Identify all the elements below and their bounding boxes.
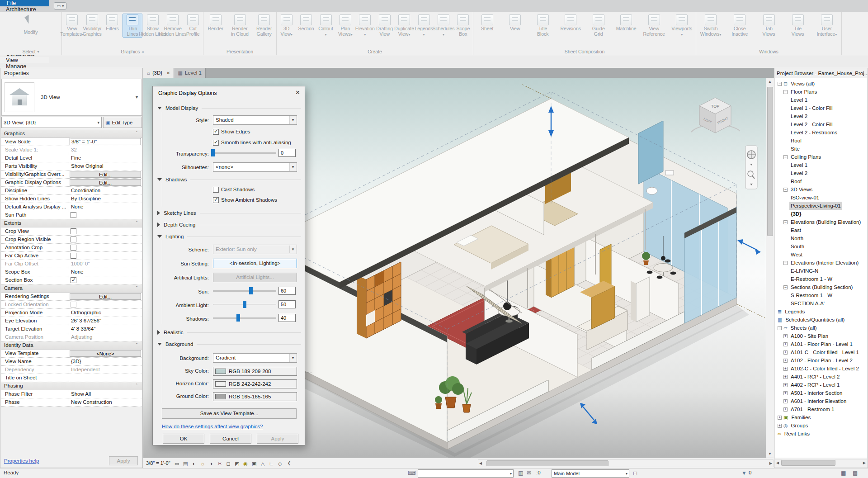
switch-windows-button[interactable]: SwitchWindows▾ xyxy=(696,14,725,38)
view-control-icon[interactable]: △ xyxy=(259,459,267,467)
silhouettes-select[interactable]: <none>▾ xyxy=(213,162,297,172)
style-select[interactable]: Shaded▾ xyxy=(213,115,297,125)
section-header-camera[interactable]: Cameraˆ xyxy=(1,284,142,293)
scrollbar-thumb[interactable] xyxy=(781,460,835,466)
viewport-vertical-scrollbar[interactable]: ▲ ▼ xyxy=(766,78,774,458)
tree-item[interactable]: Roof xyxy=(775,177,867,185)
tree-expander[interactable]: − xyxy=(783,261,788,265)
viewports-button[interactable]: Viewports▾ xyxy=(668,14,696,38)
tree-item[interactable]: Level 2 - Restrooms xyxy=(775,128,867,137)
tree-item[interactable]: E-LIVING-N xyxy=(775,267,867,275)
scroll-left-icon[interactable]: ◀ xyxy=(479,461,482,465)
tree-expander[interactable]: + xyxy=(783,359,788,363)
tree-item[interactable]: ISO-view-01 xyxy=(775,194,867,202)
save-as-view-template-button[interactable]: Save as View Template... xyxy=(162,408,297,419)
filters-button[interactable]: Filters xyxy=(102,14,123,33)
worksets-combo[interactable]: ▾ xyxy=(418,469,514,478)
type-selector[interactable]: 3D View ▾ xyxy=(1,79,142,116)
tree-item[interactable]: Level 1 xyxy=(775,161,867,169)
close-icon[interactable]: ✕ xyxy=(295,89,300,96)
tree-item[interactable]: −⊡Views (all) xyxy=(775,80,867,88)
remove-hidden-lines-button[interactable]: RemoveHidden Lines xyxy=(163,14,183,38)
edit-type-button[interactable]: ▣ Edit Type xyxy=(103,117,142,128)
tree-expander[interactable]: − xyxy=(783,155,788,159)
tree-item[interactable]: +▣Families xyxy=(775,413,867,421)
view-button[interactable]: View xyxy=(501,14,529,33)
schedules-button[interactable]: Schedules▾ xyxy=(434,14,453,38)
tile-views-button[interactable]: TileViews xyxy=(783,14,812,38)
tree-item[interactable]: SECTION A-A' xyxy=(775,299,867,308)
section-header-graphics[interactable]: Graphicsˆ xyxy=(1,130,142,138)
tree-item[interactable]: −Ceiling Plans xyxy=(775,153,867,161)
section-depth-cueing[interactable]: Depth Cueing xyxy=(157,221,301,228)
duplicate-view-button[interactable]: DuplicateView▾ xyxy=(394,14,414,38)
tree-expander[interactable]: − xyxy=(778,82,782,86)
tree-expander[interactable]: + xyxy=(783,342,788,346)
panel-launcher-icon[interactable]: » xyxy=(142,48,144,55)
section-lighting[interactable]: Lighting xyxy=(157,233,301,240)
selection-filter-icon[interactable]: ▼ xyxy=(741,470,747,476)
ok-button[interactable]: OK xyxy=(163,434,204,444)
plan-views-button[interactable]: PlanViews▾ xyxy=(335,14,355,38)
collapse-icon[interactable]: ˆ xyxy=(136,219,137,227)
view-reference-button[interactable]: ViewReference xyxy=(640,14,668,38)
ribbon-display-toggle[interactable]: ▭ ▾ xyxy=(54,2,66,9)
tree-item[interactable]: +A101 - Floor Plan - Level 1 xyxy=(775,340,867,348)
view-control-icon[interactable]: ◇ xyxy=(276,459,284,467)
visibility-graphics-button[interactable]: Visibility/Graphics xyxy=(82,14,103,38)
tree-expander[interactable]: − xyxy=(783,188,788,192)
editing-requests-icon[interactable]: ✉ xyxy=(527,470,531,476)
tree-expander[interactable]: + xyxy=(783,407,788,412)
section-header-extents[interactable]: Extentsˆ xyxy=(1,219,142,227)
cast-shadows-checkbox[interactable]: Cast Shadows xyxy=(213,186,255,193)
tree-item[interactable]: ≣Legends xyxy=(775,308,867,316)
tree-expander[interactable]: − xyxy=(778,326,782,330)
tree-item[interactable]: +◎Groups xyxy=(775,421,867,430)
tree-item[interactable]: +A501 - Interior Section xyxy=(775,389,867,397)
sun-setting-button[interactable]: <In-session, Lighting> xyxy=(213,259,297,268)
background-processes-icon[interactable]: ▦ xyxy=(841,470,846,476)
scroll-right-icon[interactable]: ▶ xyxy=(769,461,772,465)
section-header-identity-data[interactable]: Identity Dataˆ xyxy=(1,341,142,350)
tree-item[interactable]: Roof xyxy=(775,137,867,145)
title-block-button[interactable]: TitleBlock xyxy=(529,14,557,38)
background-select[interactable]: Gradient▾ xyxy=(213,353,297,363)
scroll-down-icon[interactable]: ▼ xyxy=(766,450,774,458)
view-control-icon[interactable]: ◩ xyxy=(233,459,241,467)
tree-item[interactable]: +A601 - Interior Elevation xyxy=(775,397,867,405)
project-browser-title[interactable]: Project Browser - Eames_House_Proj... xyxy=(774,68,868,78)
tree-item[interactable]: −Elevations (Building Elevation) xyxy=(775,218,867,226)
viewport-horizontal-scrollbar[interactable]: ◀ ▶ xyxy=(478,459,774,467)
tree-item[interactable]: {3D} xyxy=(775,210,867,218)
apply-button[interactable]: Apply xyxy=(109,456,138,465)
ambient-light-slider[interactable] xyxy=(213,301,276,308)
user-interface-button[interactable]: UserInterface▾ xyxy=(812,14,841,38)
section-background[interactable]: Background xyxy=(157,341,301,348)
sky-color-button[interactable]: RGB 189-209-208 xyxy=(213,367,297,376)
tree-item[interactable]: −▱Sheets (all) xyxy=(775,324,867,332)
matchline-button[interactable]: Matchline xyxy=(613,14,641,33)
tree-item[interactable]: +A100 - Site Plan xyxy=(775,332,867,340)
view-type-combo[interactable]: 3D View: {3D} ▾ xyxy=(1,117,102,128)
scope-box-button[interactable]: ScopeBox xyxy=(453,14,473,38)
group-label-select[interactable]: Select xyxy=(22,48,35,55)
drafting-view-button[interactable]: DraftingView xyxy=(375,14,394,38)
tree-item[interactable]: −Floor Plans xyxy=(775,88,867,96)
section-model-display[interactable]: Model Display xyxy=(157,104,301,112)
tree-item[interactable]: Site xyxy=(775,145,867,153)
scroll-right-icon[interactable]: ▶ xyxy=(863,461,866,465)
section-button[interactable]: Section xyxy=(296,14,316,33)
tab-views-button[interactable]: TabViews xyxy=(754,14,783,38)
tree-expander[interactable]: − xyxy=(783,90,788,94)
tree-item[interactable]: Level 2 - Color Fill xyxy=(775,120,867,128)
help-link[interactable]: How do these settings affect view graphi… xyxy=(162,424,263,429)
guide-grid-button[interactable]: GuideGrid xyxy=(585,14,613,38)
tree-expander[interactable]: + xyxy=(783,334,788,338)
sheet-button[interactable]: Sheet xyxy=(473,14,501,33)
tree-expander[interactable]: + xyxy=(778,424,782,428)
close-icon[interactable]: ✕ xyxy=(166,71,170,76)
tree-item[interactable]: Level 2 xyxy=(775,169,867,177)
view-control-icon[interactable]: ☼ xyxy=(199,459,207,467)
view-control-icon[interactable]: ✂ xyxy=(216,459,224,467)
show-edges-checkbox[interactable]: Show Edges xyxy=(213,128,250,135)
